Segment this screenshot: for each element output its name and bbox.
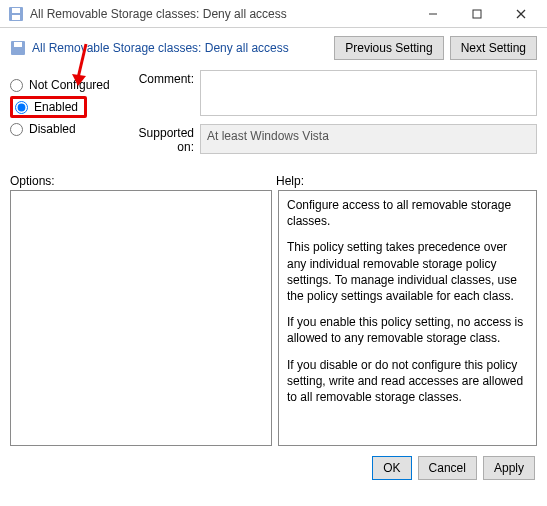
apply-button[interactable]: Apply [483,456,535,480]
state-radio-group: Not Configured Enabled Disabled [10,68,120,162]
radio-enabled-highlight: Enabled [10,96,87,118]
previous-setting-button[interactable]: Previous Setting [334,36,443,60]
radio-not-configured[interactable]: Not Configured [10,78,120,92]
radio-disabled[interactable]: Disabled [10,122,120,136]
supported-on-value: At least Windows Vista [200,124,537,154]
radio-enabled-label: Enabled [34,100,78,114]
cancel-button[interactable]: Cancel [418,456,477,480]
radio-disabled-label: Disabled [29,122,76,136]
split-panes: Configure access to all removable storag… [0,190,547,446]
close-icon [516,9,526,19]
svg-rect-8 [14,42,22,47]
help-paragraph: If you disable or do not configure this … [287,357,528,406]
help-paragraph: This policy setting takes precedence ove… [287,239,528,304]
svg-rect-1 [12,8,20,13]
close-button[interactable] [499,0,543,28]
window-title: All Removable Storage classes: Deny all … [30,7,287,21]
annotation-arrow-icon [72,42,92,88]
pane-labels: Options: Help: [0,168,547,190]
radio-disabled-input[interactable] [10,123,23,136]
help-pane: Configure access to all removable storag… [278,190,537,446]
help-paragraph: If you enable this policy setting, no ac… [287,314,528,346]
policy-title: All Removable Storage classes: Deny all … [32,41,289,55]
dialog-footer: OK Cancel Apply [0,446,547,490]
comment-input[interactable] [200,70,537,116]
policy-title-icon [10,40,26,56]
comment-label: Comment: [120,70,200,116]
options-label: Options: [10,174,276,188]
svg-rect-2 [12,15,20,20]
state-area: Not Configured Enabled Disabled Comment:… [0,64,547,168]
minimize-icon [428,9,438,19]
form-column: Comment: Supported on: At least Windows … [120,68,537,162]
supported-on-label: Supported on: [120,124,200,154]
maximize-icon [472,9,482,19]
policy-icon [8,6,24,22]
maximize-button[interactable] [455,0,499,28]
radio-enabled[interactable]: Enabled [15,100,78,114]
svg-rect-4 [473,10,481,18]
radio-not-configured-label: Not Configured [29,78,110,92]
options-pane [10,190,272,446]
minimize-button[interactable] [411,0,455,28]
radio-enabled-input[interactable] [15,101,28,114]
help-paragraph: Configure access to all removable storag… [287,197,528,229]
ok-button[interactable]: OK [372,456,411,480]
titlebar: All Removable Storage classes: Deny all … [0,0,547,28]
radio-not-configured-input[interactable] [10,79,23,92]
next-setting-button[interactable]: Next Setting [450,36,537,60]
help-label: Help: [276,174,537,188]
